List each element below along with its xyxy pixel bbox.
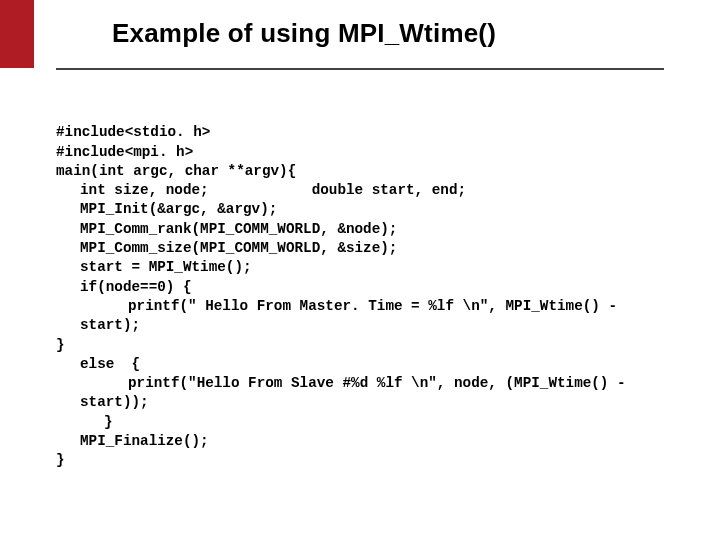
code-line: } — [56, 452, 65, 468]
code-line: #include<stdio. h> — [56, 124, 210, 140]
slide: Example of using MPI_Wtime() #include<st… — [0, 0, 720, 540]
code-line: start = MPI_Wtime(); — [56, 259, 252, 275]
code-line: start)); — [56, 394, 149, 410]
code-line: } — [56, 337, 65, 353]
code-line: printf(" Hello From Master. Time = %lf \… — [56, 298, 617, 314]
code-line: int size, node; double start, end; — [56, 182, 466, 198]
title-underline — [56, 68, 664, 70]
code-line: MPI_Finalize(); — [56, 433, 209, 449]
code-line: printf("Hello From Slave #%d %lf \n", no… — [56, 375, 626, 391]
code-line: start); — [56, 317, 140, 333]
code-line: if(node==0) { — [56, 279, 192, 295]
code-line: MPI_Comm_size(MPI_COMM_WORLD, &size); — [56, 240, 397, 256]
code-line: MPI_Comm_rank(MPI_COMM_WORLD, &node); — [56, 221, 397, 237]
accent-stripe — [0, 0, 34, 68]
code-block: #include<stdio. h> #include<mpi. h> main… — [56, 104, 626, 490]
code-line: MPI_Init(&argc, &argv); — [56, 201, 277, 217]
code-line: } — [56, 414, 113, 430]
code-line: main(int argc, char **argv){ — [56, 163, 296, 179]
code-line: else { — [56, 356, 140, 372]
code-line: #include<mpi. h> — [56, 144, 193, 160]
slide-title: Example of using MPI_Wtime() — [112, 18, 496, 49]
